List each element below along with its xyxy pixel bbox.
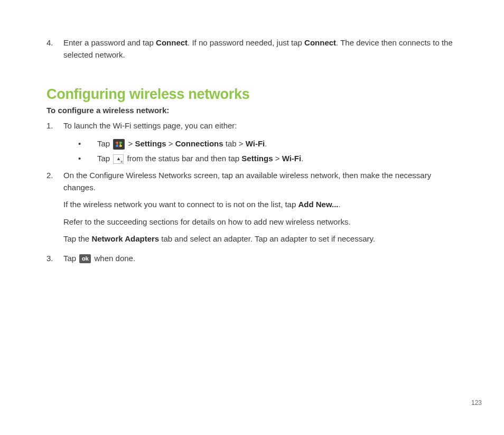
text: > xyxy=(126,139,135,148)
page-number: 123 xyxy=(471,399,482,406)
text: Tap the xyxy=(63,234,91,243)
text: > xyxy=(273,154,282,163)
bullet-marker: • xyxy=(78,137,97,151)
bold-wifi: Wi-Fi xyxy=(282,154,302,163)
text: . If no password needed, just tap xyxy=(188,38,304,47)
text: . xyxy=(339,200,341,209)
step-1-text: To launch the Wi-Fi settings page, you c… xyxy=(63,120,458,132)
text: . xyxy=(265,139,267,148)
text: tab > xyxy=(223,139,246,148)
step-4-marker: 4. xyxy=(46,37,63,66)
signal-status-icon xyxy=(113,154,124,164)
step-1: 1. To launch the Wi-Fi settings page, yo… xyxy=(46,120,458,168)
bold-settings: Settings xyxy=(135,139,166,148)
text: > xyxy=(166,139,175,148)
bold-settings: Settings xyxy=(241,154,273,163)
step-1-marker: 1. xyxy=(46,120,63,168)
text: Tap xyxy=(97,154,112,163)
text: . xyxy=(301,154,303,163)
step-3-text: Tap ok when done. xyxy=(63,253,458,265)
step-4: 4. Enter a password and tap Connect. If … xyxy=(46,37,458,66)
step-2-p3: Refer to the succeeding sections for det… xyxy=(63,216,458,228)
bold-add-new: Add New... xyxy=(298,200,338,209)
bold-connect: Connect xyxy=(304,38,336,47)
text: from the status bar and then tap xyxy=(125,154,241,163)
bold-wifi: Wi-Fi xyxy=(246,139,265,148)
text: Tap xyxy=(63,254,78,263)
text: tab and select an adapter. Tap an adapte… xyxy=(159,234,375,243)
step-2-p1: On the Configure Wireless Networks scree… xyxy=(63,170,458,193)
bullet-2-text: Tap from the status bar and then tap Set… xyxy=(97,152,458,165)
document-page: 4. Enter a password and tap Connect. If … xyxy=(0,0,504,270)
text: Tap xyxy=(97,139,112,148)
bullet-2: • Tap from the status bar and then tap S… xyxy=(78,152,458,165)
bold-connections: Connections xyxy=(175,139,223,148)
section-heading: Configuring wireless networks xyxy=(46,86,458,103)
bullet-1: • Tap > Settings > Connections tab > Wi-… xyxy=(78,137,458,151)
ok-button-icon: ok xyxy=(79,254,91,263)
start-menu-icon xyxy=(113,139,125,150)
bold-connect: Connect xyxy=(156,38,188,47)
text: when done. xyxy=(92,254,135,263)
step-4-text: Enter a password and tap Connect. If no … xyxy=(63,37,458,61)
step-2: 2. On the Configure Wireless Networks sc… xyxy=(46,170,458,251)
sub-heading: To configure a wireless network: xyxy=(46,106,458,115)
text: Enter a password and tap xyxy=(63,38,156,47)
bullet-1-text: Tap > Settings > Connections tab > Wi-Fi… xyxy=(97,137,458,151)
bold-network-adapters: Network Adapters xyxy=(91,234,159,243)
step-2-marker: 2. xyxy=(46,170,63,251)
bullet-marker: • xyxy=(78,152,97,165)
step-2-p2: If the wireless network you want to conn… xyxy=(63,199,458,211)
step-3-marker: 3. xyxy=(46,253,63,270)
step-2-p4: Tap the Network Adapters tab and select … xyxy=(63,233,458,245)
step-3: 3. Tap ok when done. xyxy=(46,253,458,270)
text: If the wireless network you want to conn… xyxy=(63,200,298,209)
